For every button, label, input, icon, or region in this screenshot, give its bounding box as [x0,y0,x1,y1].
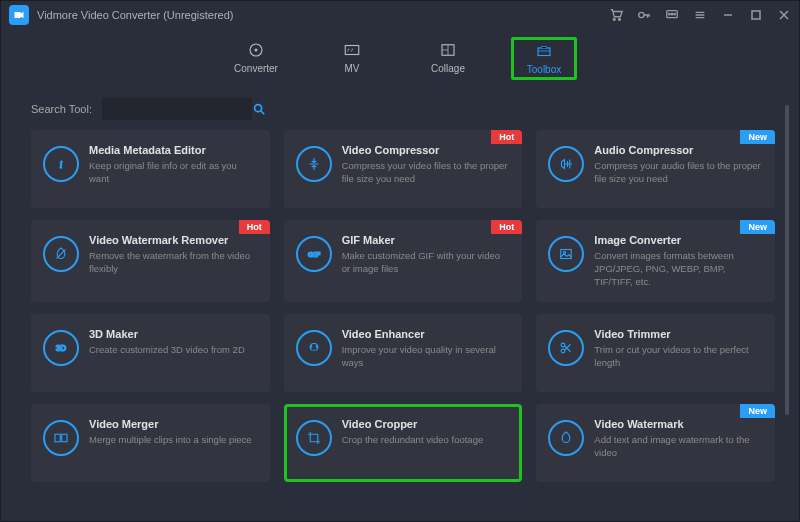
svg-point-2 [639,12,644,17]
hot-badge: Hot [491,220,522,234]
tab-converter[interactable]: Converter [223,37,289,80]
app-logo [9,5,29,25]
close-button[interactable] [777,8,791,22]
gif-icon: GIF [296,236,332,272]
info-icon: i [43,146,79,182]
cart-icon[interactable] [609,8,623,22]
mv-icon [341,41,363,59]
new-badge: New [740,220,775,234]
tool-card-image[interactable]: Image ConverterConvert images formats be… [536,220,775,302]
tool-desc: Merge multiple clips into a single piece [89,434,258,447]
compress-icon [296,146,332,182]
feedback-icon[interactable] [665,8,679,22]
tool-card-compress[interactable]: Video CompressorCompress your video file… [284,130,523,208]
svg-rect-17 [561,250,572,259]
svg-rect-12 [538,48,550,56]
svg-text:i: i [60,159,63,170]
tab-label: Toolbox [527,64,561,75]
top-nav: Converter MV Collage Toolbox [1,29,799,94]
scrollbar[interactable] [785,105,789,415]
tool-card-watermark-remove[interactable]: Video Watermark RemoverRemove the waterm… [31,220,270,302]
toolbox-icon [533,42,555,60]
svg-text:3D: 3D [56,344,67,353]
tool-title: Video Trimmer [594,328,763,340]
svg-point-21 [316,346,318,348]
watermark-remove-icon [43,236,79,272]
tool-title: Media Metadata Editor [89,144,258,156]
tab-label: Converter [234,63,278,74]
svg-point-5 [671,13,672,14]
search-input[interactable] [102,103,252,115]
trim-icon [548,330,584,366]
svg-rect-7 [752,11,760,19]
audio-compress-icon [548,146,584,182]
tab-label: Collage [431,63,465,74]
tool-desc: Compress your audio files to the proper … [594,160,763,186]
tool-card-gif[interactable]: GIFGIF MakerMake customized GIF with you… [284,220,523,302]
tool-title: 3D Maker [89,328,258,340]
svg-point-13 [255,105,262,112]
image-icon [548,236,584,272]
minimize-button[interactable] [721,8,735,22]
tool-title: Image Converter [594,234,763,246]
tool-desc: Keep original file info or edit as you w… [89,160,258,186]
converter-icon [245,41,267,59]
tool-desc: Add text and image watermark to the vide… [594,434,763,460]
tool-desc: Make customized GIF with your video or i… [342,250,511,276]
tool-card-enhance[interactable]: Video EnhancerImprove your video quality… [284,314,523,392]
tool-card-trim[interactable]: Video TrimmerTrim or cut your videos to … [536,314,775,392]
tool-title: Video Compressor [342,144,511,156]
tool-card-audio-compress[interactable]: Audio CompressorCompress your audio file… [536,130,775,208]
tab-mv[interactable]: MV [319,37,385,80]
tool-title: GIF Maker [342,234,511,246]
svg-point-20 [310,346,312,348]
tool-title: Video Watermark [594,418,763,430]
search-row: Search Tool: [1,94,799,130]
tool-card-3d[interactable]: 3D3D MakerCreate customized 3D video fro… [31,314,270,392]
svg-point-4 [669,13,670,14]
tool-desc: Create customized 3D video from 2D [89,344,258,357]
tool-title: Video Merger [89,418,258,430]
tool-card-watermark[interactable]: Video WatermarkAdd text and image waterm… [536,404,775,482]
tool-desc: Remove the watermark from the video flex… [89,250,258,276]
search-label: Search Tool: [31,103,92,115]
enhance-icon [296,330,332,366]
tool-card-crop[interactable]: Video CropperCrop the redundant video fo… [284,404,523,482]
new-badge: New [740,130,775,144]
tool-desc: Crop the redundant video footage [342,434,511,447]
tool-desc: Improve your video quality in several wa… [342,344,511,370]
titlebar: Vidmore Video Converter (Unregistered) [1,1,799,29]
tool-desc: Trim or cut your videos to the perfect l… [594,344,763,370]
svg-point-9 [255,49,258,52]
tool-desc: Convert images formats between JPG/JPEG,… [594,250,763,288]
maximize-button[interactable] [749,8,763,22]
tool-title: Video Watermark Remover [89,234,258,246]
merge-icon [43,420,79,456]
new-badge: New [740,404,775,418]
tool-desc: Compress your video files to the proper … [342,160,511,186]
tab-label: MV [345,63,360,74]
menu-icon[interactable] [693,8,707,22]
svg-text:GIF: GIF [307,250,320,259]
hot-badge: Hot [491,130,522,144]
svg-point-6 [674,13,675,14]
tab-collage[interactable]: Collage [415,37,481,80]
hot-badge: Hot [239,220,270,234]
search-icon[interactable] [252,102,266,116]
svg-point-0 [613,19,615,21]
key-icon[interactable] [637,8,651,22]
tool-grid: iMedia Metadata EditorKeep original file… [31,130,775,482]
tab-toolbox[interactable]: Toolbox [511,37,577,80]
search-box [102,98,252,120]
svg-rect-24 [55,435,60,443]
watermark-icon [548,420,584,456]
3d-icon: 3D [43,330,79,366]
crop-icon [296,420,332,456]
tool-title: Video Enhancer [342,328,511,340]
tool-card-info[interactable]: iMedia Metadata EditorKeep original file… [31,130,270,208]
svg-rect-25 [62,435,67,443]
window-title: Vidmore Video Converter (Unregistered) [37,9,233,21]
tool-card-merge[interactable]: Video MergerMerge multiple clips into a … [31,404,270,482]
tool-title: Video Cropper [342,418,511,430]
svg-point-1 [619,19,621,21]
